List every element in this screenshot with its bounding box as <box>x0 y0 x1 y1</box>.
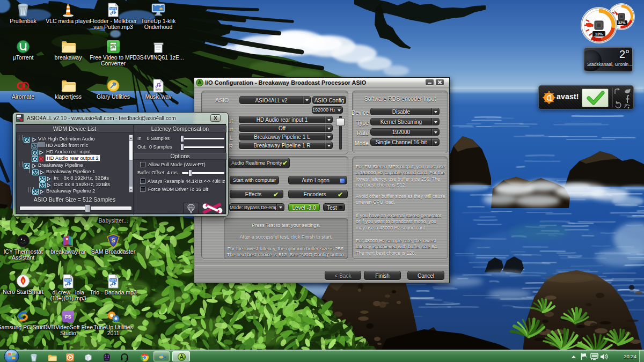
svg-text:13%: 13% <box>595 32 603 36</box>
svg-text:S: S <box>112 238 115 243</box>
svg-text:MP3: MP3 <box>111 43 116 47</box>
svg-text:MP3: MP3 <box>110 278 116 282</box>
svg-text:MP3: MP3 <box>110 7 116 10</box>
svg-text:FS: FS <box>65 314 71 320</box>
svg-text:MP3: MP3 <box>65 278 71 282</box>
svg-text:WAV: WAV <box>156 88 162 91</box>
svg-text:32%: 32% <box>618 21 626 25</box>
